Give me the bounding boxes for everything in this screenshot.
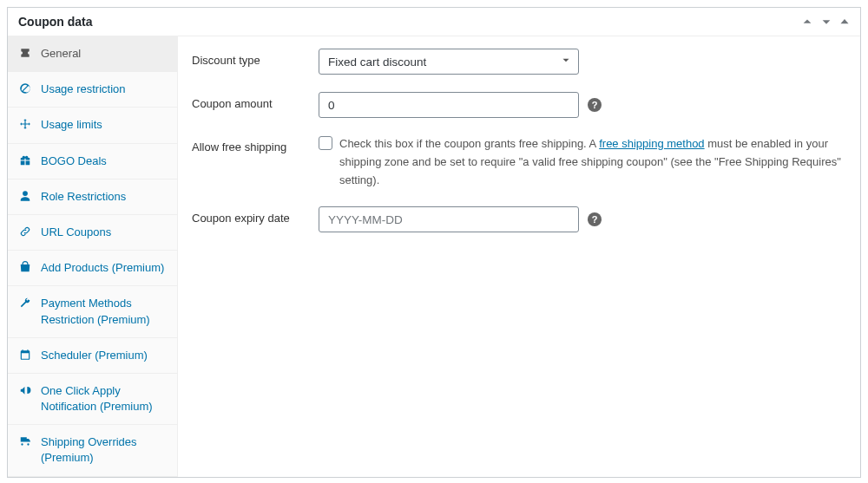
- panel-header-actions: [801, 16, 850, 28]
- help-icon[interactable]: ?: [588, 98, 602, 112]
- sidebar-item-scheduler[interactable]: Scheduler (Premium): [8, 338, 177, 374]
- megaphone-icon: [18, 384, 32, 396]
- sidebar-item-label: Add Products (Premium): [41, 260, 164, 276]
- sidebar-item-role-restrictions[interactable]: Role Restrictions: [8, 179, 177, 215]
- discount-type-select[interactable]: Fixed cart discount: [319, 49, 579, 75]
- user-icon: [18, 190, 32, 202]
- expiry-date-input[interactable]: [319, 206, 579, 232]
- sidebar-item-label: Scheduler (Premium): [41, 348, 148, 363]
- calendar-icon: [18, 349, 32, 361]
- sidebar-item-url-coupons[interactable]: URL Coupons: [8, 215, 177, 251]
- sidebar-item-label: Payment Methods Restriction (Premium): [41, 296, 167, 327]
- coupon-amount-label: Coupon amount: [192, 92, 319, 110]
- sidebar-item-usage-limits[interactable]: Usage limits: [8, 108, 177, 143]
- coupon-amount-row: Coupon amount ?: [192, 92, 846, 118]
- free-shipping-description: Check this box if the coupon grants free…: [339, 135, 846, 189]
- sidebar-item-one-click-apply[interactable]: One Click Apply Notification (Premium): [8, 374, 177, 425]
- general-tab-content: Discount type Fixed cart discount Coupon…: [178, 36, 860, 477]
- sidebar-item-shipping-overrides[interactable]: Shipping Overrides (Premium): [8, 425, 177, 476]
- truck-icon: [18, 435, 32, 447]
- free-shipping-label: Allow free shipping: [192, 135, 319, 153]
- toggle-panel-icon[interactable]: [839, 16, 850, 27]
- move-up-icon[interactable]: [801, 16, 813, 28]
- help-icon[interactable]: ?: [588, 212, 602, 226]
- sidebar-item-general[interactable]: General: [8, 36, 177, 72]
- coupon-data-panel: Coupon data General Usage restriction Us…: [7, 7, 861, 478]
- gift-icon: [18, 154, 32, 166]
- sidebar-item-label: One Click Apply Notification (Premium): [41, 383, 167, 414]
- sidebar-item-label: BOGO Deals: [41, 153, 107, 169]
- sidebar-item-label: General: [41, 46, 81, 62]
- free-shipping-checkbox[interactable]: [319, 136, 332, 150]
- sidebar-item-add-products[interactable]: Add Products (Premium): [8, 251, 177, 286]
- sidebar: General Usage restriction Usage limits B…: [8, 36, 178, 477]
- panel-header: Coupon data: [8, 8, 860, 36]
- ban-icon: [18, 82, 32, 95]
- sidebar-item-label: URL Coupons: [41, 225, 111, 240]
- free-shipping-row: Allow free shipping Check this box if th…: [192, 135, 846, 189]
- sidebar-item-payment-methods[interactable]: Payment Methods Restriction (Premium): [8, 286, 177, 337]
- ticket-icon: [18, 47, 32, 59]
- sidebar-item-usage-restriction[interactable]: Usage restriction: [8, 72, 177, 108]
- expiry-date-row: Coupon expiry date ?: [192, 206, 846, 232]
- coupon-amount-input[interactable]: [319, 92, 579, 118]
- sidebar-item-label: Usage restriction: [41, 82, 126, 97]
- sidebar-item-bogo-deals[interactable]: BOGO Deals: [8, 144, 177, 179]
- bag-icon: [18, 261, 32, 273]
- link-icon: [18, 225, 32, 238]
- discount-type-label: Discount type: [192, 49, 319, 67]
- sidebar-item-label: Usage limits: [41, 117, 102, 133]
- wrench-icon: [18, 297, 32, 309]
- arrows-icon: [18, 118, 32, 130]
- discount-type-value: Fixed cart discount: [328, 55, 426, 69]
- discount-type-row: Discount type Fixed cart discount: [192, 49, 846, 75]
- sidebar-item-label: Shipping Overrides (Premium): [41, 434, 167, 466]
- expiry-date-label: Coupon expiry date: [192, 206, 319, 225]
- move-down-icon[interactable]: [820, 16, 832, 28]
- panel-body: General Usage restriction Usage limits B…: [8, 36, 860, 477]
- panel-title: Coupon data: [18, 15, 93, 29]
- sidebar-item-label: Role Restrictions: [41, 189, 126, 205]
- free-shipping-method-link[interactable]: free shipping method: [599, 137, 704, 150]
